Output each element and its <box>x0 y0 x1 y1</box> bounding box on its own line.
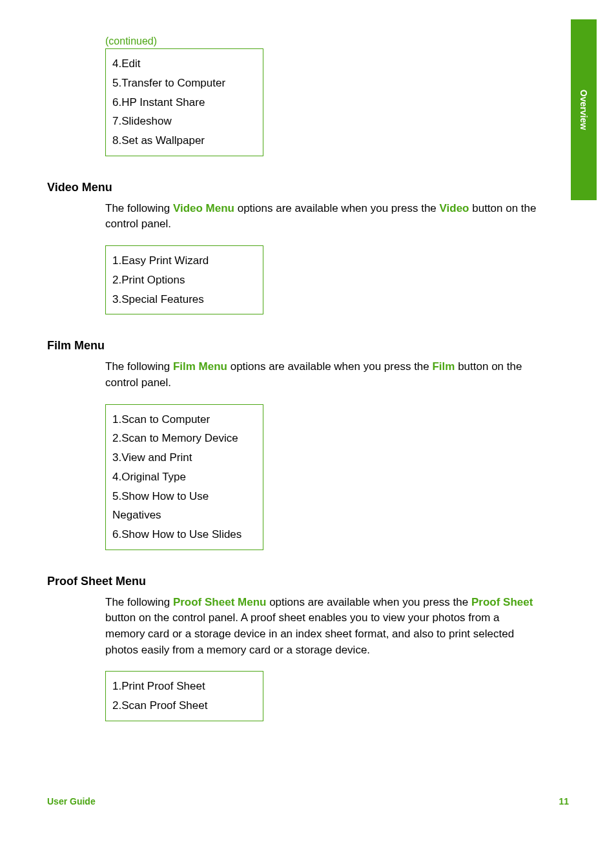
list-item: 6.Show How to Use Slides <box>112 525 256 544</box>
film-menu-box: 1.Scan to Computer 2.Scan to Memory Devi… <box>105 404 263 550</box>
proof-sheet-box: 1.Print Proof Sheet 2.Scan Proof Sheet <box>105 671 263 721</box>
list-item: 3.Special Features <box>112 290 256 309</box>
side-tab: Overview <box>571 19 597 200</box>
list-item: 7.Slideshow <box>112 112 256 131</box>
video-menu-box: 1.Easy Print Wizard 2.Print Options 3.Sp… <box>105 245 263 314</box>
list-item: 1.Easy Print Wizard <box>112 251 256 271</box>
content-area: (continued) 4.Edit 5.Transfer to Compute… <box>47 36 539 721</box>
text: The following <box>105 360 173 373</box>
highlight-proof-sheet: Proof Sheet <box>471 596 533 608</box>
text: options are available when you press the <box>227 360 433 373</box>
list-item: 5.Show How to Use Negatives <box>112 487 256 526</box>
continued-box: 4.Edit 5.Transfer to Computer 6.HP Insta… <box>105 48 263 156</box>
text: options are available when you press the <box>266 596 471 608</box>
page: Overview (continued) 4.Edit 5.Transfer t… <box>0 0 616 853</box>
text: button on the control panel. A proof she… <box>105 611 514 655</box>
list-item: 6.HP Instant Share <box>112 93 256 112</box>
highlight-film: Film <box>432 360 455 373</box>
film-menu-paragraph: The following Film Menu options are avai… <box>105 359 539 391</box>
proof-sheet-paragraph: The following Proof Sheet Menu options a… <box>105 595 539 659</box>
list-item: 2.Print Options <box>112 271 256 290</box>
list-item: 2.Scan to Memory Device <box>112 429 256 448</box>
section-heading-proof-sheet: Proof Sheet Menu <box>47 575 539 588</box>
text: options are available when you press the <box>234 202 440 214</box>
list-item: 8.Set as Wallpaper <box>112 131 256 150</box>
side-tab-label: Overview <box>579 90 589 130</box>
list-item: 3.View and Print <box>112 448 256 468</box>
continued-label: (continued) <box>105 36 539 47</box>
list-item: 1.Scan to Computer <box>112 410 256 429</box>
highlight-video: Video <box>440 202 469 214</box>
highlight-film-menu: Film Menu <box>173 360 227 373</box>
section-heading-video: Video Menu <box>47 181 539 194</box>
text: The following <box>105 596 173 608</box>
highlight-proof-sheet-menu: Proof Sheet Menu <box>173 596 267 608</box>
section-heading-film: Film Menu <box>47 339 539 353</box>
text: The following <box>105 202 173 214</box>
highlight-video-menu: Video Menu <box>173 202 234 214</box>
list-item: 4.Original Type <box>112 468 256 487</box>
footer-left: User Guide <box>47 796 96 807</box>
footer: User Guide 11 <box>47 796 569 807</box>
list-item: 4.Edit <box>112 54 256 74</box>
list-item: 5.Transfer to Computer <box>112 74 256 93</box>
video-menu-paragraph: The following Video Menu options are ava… <box>105 201 539 232</box>
list-item: 1.Print Proof Sheet <box>112 677 256 696</box>
list-item: 2.Scan Proof Sheet <box>112 696 256 715</box>
footer-page-number: 11 <box>559 796 569 807</box>
